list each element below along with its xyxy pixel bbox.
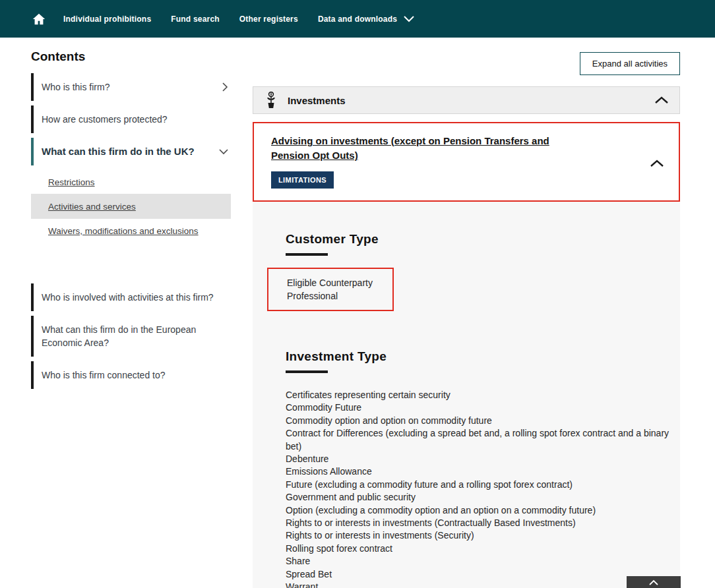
sidebar-spacer: [31, 243, 231, 283]
sidebar-item-label: How are customers protected?: [42, 113, 168, 126]
nav-item-data-and-downloads[interactable]: Data and downloads: [318, 15, 414, 24]
back-to-top-button[interactable]: [627, 576, 681, 588]
customer-type-value: Eligible Counterparty: [287, 276, 379, 289]
sidebar-subitem-activities-and-services[interactable]: Activities and services: [31, 194, 231, 219]
sidebar-subitem-link: Waivers, modifications and exclusions: [48, 226, 199, 236]
customer-type-heading: Customer Type: [286, 232, 680, 247]
heading-underline: [286, 253, 328, 256]
home-button[interactable]: [32, 12, 46, 26]
investment-type-item: Commodity option and option on commodity…: [286, 415, 680, 427]
investment-type-item: Share: [286, 555, 680, 568]
investment-type-item: Certificates representing certain securi…: [286, 389, 680, 401]
investment-type-item: Contract for Differences (excluding a sp…: [286, 427, 680, 453]
nav-item-fund-search[interactable]: Fund search: [171, 15, 220, 24]
sidebar-item-label: Who is this firm connected to?: [42, 368, 166, 382]
chevron-up-icon[interactable]: [650, 160, 664, 167]
chevron-down-icon: [404, 16, 414, 22]
sidebar-item-who-is-this-firm[interactable]: Who is this firm?: [31, 73, 231, 101]
chevron-up-icon[interactable]: [654, 96, 669, 104]
chevron-right-icon: [222, 82, 228, 92]
plant-investment-icon: [264, 92, 278, 109]
sidebar-subitem-link: Activities and services: [48, 202, 136, 212]
customer-type-annotated-box: Eligible Counterparty Professional: [267, 268, 394, 311]
investment-type-item: Rights to or interests in investments (C…: [286, 517, 680, 529]
sidebar-sublist: Restrictions Activities and services Wai…: [31, 170, 231, 243]
activity-details-panel: Customer Type Eligible Counterparty Prof…: [253, 202, 680, 588]
heading-underline: [286, 370, 328, 373]
expand-all-activities-button[interactable]: Expand all activities: [580, 52, 680, 75]
investment-type-item: Debenture: [286, 453, 680, 465]
investment-type-item: Government and public security: [286, 491, 680, 504]
nav-item-other-registers[interactable]: Other registers: [239, 15, 298, 24]
sidebar-subitem-link: Restrictions: [48, 177, 95, 187]
sidebar-item-label: Who is involved with activities at this …: [42, 291, 214, 304]
chevron-down-icon: [219, 149, 228, 155]
sidebar-item-how-are-customers-protected[interactable]: How are customers protected?: [31, 105, 231, 133]
investment-type-item: Commodity Future: [286, 401, 680, 414]
activity-title-link[interactable]: Advising on investments (except on Pensi…: [271, 134, 581, 163]
investment-type-item: Rolling spot forex contract: [286, 543, 680, 555]
sidebar-item-who-is-involved[interactable]: Who is involved with activities at this …: [31, 283, 231, 311]
sidebar-item-what-can-firm-do-eea[interactable]: What can this firm do in the European Ec…: [31, 316, 231, 357]
chevron-up-icon: [648, 579, 659, 586]
investment-type-heading: Investment Type: [286, 349, 680, 364]
investments-accordion-label: Investments: [288, 95, 346, 106]
primary-nav: Individual prohibitions Fund search Othe…: [63, 15, 414, 24]
contents-sidebar: Contents Who is this firm? How are custo…: [31, 49, 231, 394]
investment-type-item: Emissions Allowance: [286, 465, 680, 478]
investment-type-item: Warrant: [286, 581, 680, 588]
customer-type-value: Professional: [287, 289, 379, 303]
sidebar-subitem-restrictions[interactable]: Restrictions: [31, 170, 231, 194]
top-nav-bar: Individual prohibitions Fund search Othe…: [0, 0, 715, 38]
investment-type-item: Rights to or interests in investments (S…: [286, 529, 680, 542]
sidebar-item-who-is-firm-connected-to[interactable]: Who is this firm connected to?: [31, 361, 231, 389]
sidebar-subitem-waivers[interactable]: Waivers, modifications and exclusions: [31, 219, 231, 243]
sidebar-item-label: What can this firm do in the UK?: [42, 145, 195, 158]
sidebar-item-label: Who is this firm?: [42, 80, 109, 94]
home-icon: [32, 12, 46, 26]
limitations-badge: LIMITATIONS: [271, 171, 334, 189]
sidebar-item-what-can-this-firm-do-uk[interactable]: What can this firm do in the UK?: [31, 138, 231, 165]
investment-type-item: Option (excluding a commodity option and…: [286, 504, 680, 517]
main-content: Expand all activities Investments Advisi…: [253, 52, 680, 588]
sidebar-item-label: What can this firm do in the European Ec…: [42, 323, 228, 349]
investments-accordion-header[interactable]: Investments: [253, 86, 680, 114]
contents-title: Contents: [31, 49, 231, 64]
activity-header-annotated-box: Advising on investments (except on Pensi…: [253, 122, 680, 202]
nav-item-individual-prohibitions[interactable]: Individual prohibitions: [63, 15, 151, 24]
investment-type-item: Spread Bet: [286, 568, 680, 581]
nav-item-data-and-downloads-label: Data and downloads: [318, 15, 397, 24]
investment-type-list: Certificates representing certain securi…: [286, 389, 680, 588]
investment-type-item: Future (excluding a commodity future and…: [286, 479, 680, 491]
